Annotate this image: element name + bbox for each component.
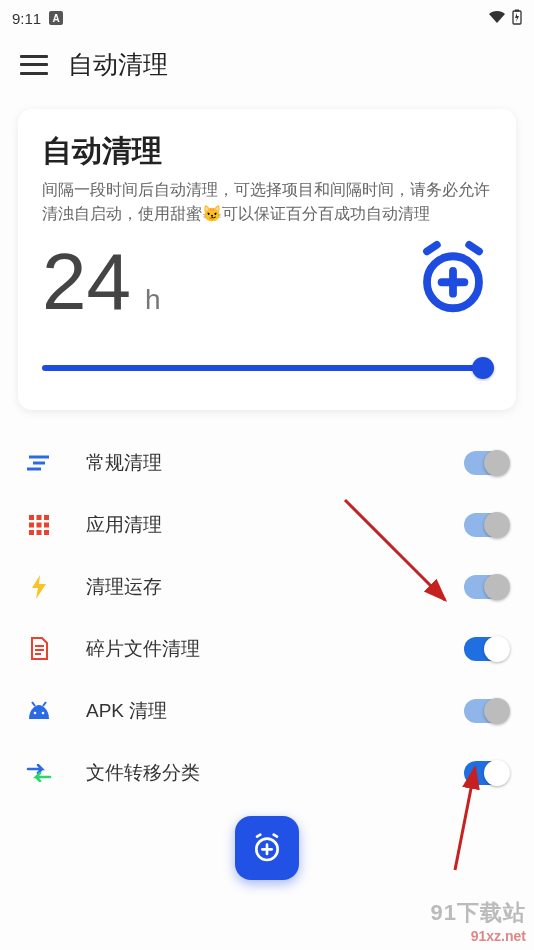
svg-rect-11 [37, 515, 42, 520]
svg-line-30 [274, 835, 277, 837]
watermark: 91下载站 91xz.net [431, 898, 526, 944]
list-item-memory-clean: 清理运存 [26, 556, 508, 618]
toggle-fragment-clean[interactable] [464, 637, 508, 661]
interval-value: 24 h [42, 242, 161, 322]
toggle-file-transfer[interactable] [464, 761, 508, 785]
interval-slider[interactable] [42, 356, 492, 380]
page-title: 自动清理 [68, 48, 168, 81]
svg-line-5 [427, 245, 437, 252]
card-title: 自动清理 [42, 131, 492, 172]
lines-icon [26, 450, 52, 476]
list-item-regular-clean: 常规清理 [26, 432, 508, 494]
svg-rect-12 [44, 515, 49, 520]
svg-line-25 [43, 702, 46, 706]
alarm-add-icon[interactable] [414, 240, 492, 322]
svg-line-29 [257, 835, 260, 837]
list-item-label: 应用清理 [86, 512, 162, 538]
svg-point-22 [34, 712, 37, 715]
interval-unit: h [145, 284, 161, 316]
list-item-apk-clean: APK 清理 [26, 680, 508, 742]
android-icon [26, 698, 52, 724]
toggle-memory-clean[interactable] [464, 575, 508, 599]
svg-rect-10 [29, 515, 34, 520]
interval-number: 24 [42, 242, 131, 322]
list-item-label: APK 清理 [86, 698, 167, 724]
svg-line-24 [32, 702, 35, 706]
bolt-icon [26, 574, 52, 600]
svg-rect-17 [37, 530, 42, 535]
list-item-label: 碎片文件清理 [86, 636, 200, 662]
option-list: 常规清理 应用清理 清理运存 [0, 432, 534, 804]
battery-icon [512, 9, 522, 28]
transfer-icon [26, 760, 52, 786]
svg-rect-18 [44, 530, 49, 535]
list-item-app-clean: 应用清理 [26, 494, 508, 556]
app-bar: 自动清理 [0, 30, 534, 91]
status-badge-icon: A [49, 11, 63, 25]
svg-rect-13 [29, 523, 34, 528]
watermark-line2: 91xz.net [431, 928, 526, 944]
svg-point-23 [42, 712, 45, 715]
list-item-fragment-clean: 碎片文件清理 [26, 618, 508, 680]
list-item-label: 文件转移分类 [86, 760, 200, 786]
card-description: 间隔一段时间后自动清理，可选择项目和间隔时间，请务必允许清浊自启动，使用甜蜜😼可… [42, 178, 492, 226]
menu-icon[interactable] [20, 55, 48, 75]
list-item-label: 常规清理 [86, 450, 162, 476]
watermark-line1: 91下载站 [431, 898, 526, 928]
svg-rect-16 [29, 530, 34, 535]
toggle-regular-clean[interactable] [464, 451, 508, 475]
svg-line-6 [469, 245, 479, 252]
grid-icon [26, 512, 52, 538]
status-bar: 9:11 A [0, 0, 534, 30]
auto-clean-card: 自动清理 间隔一段时间后自动清理，可选择项目和间隔时间，请务必允许清浊自启动，使… [18, 109, 516, 410]
svg-rect-14 [37, 523, 42, 528]
status-time: 9:11 [12, 10, 41, 27]
toggle-app-clean[interactable] [464, 513, 508, 537]
list-item-label: 清理运存 [86, 574, 162, 600]
wifi-icon [488, 10, 506, 27]
fab-alarm-button[interactable] [235, 816, 299, 880]
toggle-apk-clean[interactable] [464, 699, 508, 723]
svg-rect-15 [44, 523, 49, 528]
list-item-file-transfer: 文件转移分类 [26, 742, 508, 804]
doc-icon [26, 636, 52, 662]
svg-rect-1 [515, 9, 519, 11]
